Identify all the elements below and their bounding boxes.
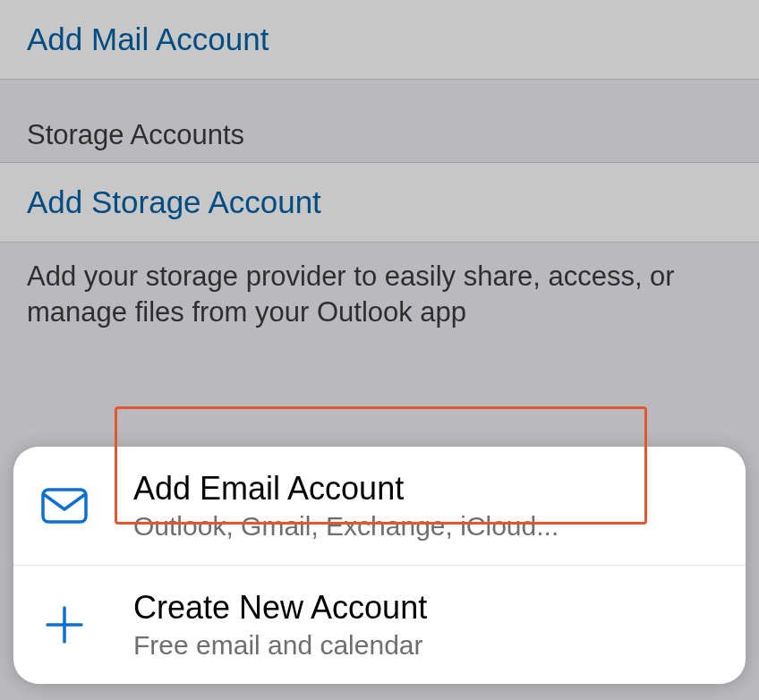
plus-icon: [40, 601, 89, 649]
add-email-subtitle: Outlook, Gmail, Exchange, iCloud...: [133, 511, 719, 542]
create-new-account-option[interactable]: Create New Account Free email and calend…: [13, 566, 746, 684]
mail-icon: [40, 482, 89, 530]
create-account-title: Create New Account: [133, 589, 719, 627]
action-sheet: Add Email Account Outlook, Gmail, Exchan…: [13, 447, 746, 684]
svg-rect-0: [43, 490, 86, 522]
add-email-account-option[interactable]: Add Email Account Outlook, Gmail, Exchan…: [13, 447, 746, 566]
add-email-title: Add Email Account: [133, 470, 719, 508]
create-account-subtitle: Free email and calendar: [133, 630, 719, 661]
